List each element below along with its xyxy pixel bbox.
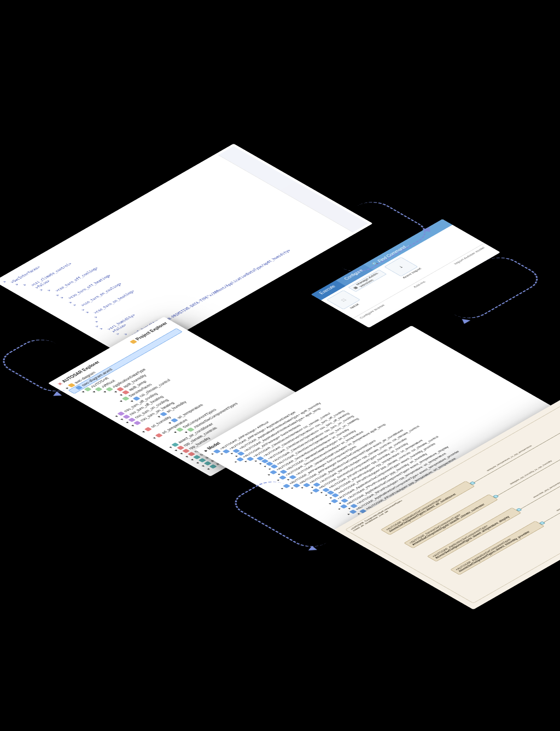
- xml-editor-panel: > >SwcInterfaces> > > >csi_climate_contr…: [0, 143, 373, 361]
- node-icon: [220, 471, 228, 475]
- connector: [521, 424, 560, 509]
- connector-label: delegate_ppp_humidity_to_climate_control…: [555, 475, 560, 512]
- diagram-block-temperature-display[interactable]: «AUTOSAR_ApplicationSwComponentType» Ato…: [427, 508, 522, 562]
- diagram-block-humidity-provider[interactable]: «AUTOSAR_ApplicationSwComponentType» Ato…: [450, 521, 545, 575]
- node-icon: [225, 474, 233, 477]
- arrowhead-icon: [53, 391, 63, 398]
- gear-icon: ⬚: [340, 298, 347, 302]
- arrowhead-icon: [460, 319, 470, 324]
- connector-label: assemble_ppp_temperature_to_rpp_temperat…: [532, 468, 560, 498]
- port-icon[interactable]: [516, 508, 522, 511]
- expand-icon[interactable]: ▾: [216, 473, 223, 477]
- connector: [544, 437, 560, 522]
- diagram-block-climate-controller[interactable]: «AUTOSAR_ServiceSwComponentType» AtomicS…: [404, 494, 498, 548]
- port-icon[interactable]: [469, 481, 475, 485]
- window-icon: ▦: [352, 286, 359, 289]
- port-icon[interactable]: [493, 495, 499, 498]
- import-icon: ⤓: [398, 265, 404, 268]
- port-icon[interactable]: [539, 521, 545, 525]
- connector-label: delegate_rpp_humidity_to_rpp_humidity: [509, 460, 553, 485]
